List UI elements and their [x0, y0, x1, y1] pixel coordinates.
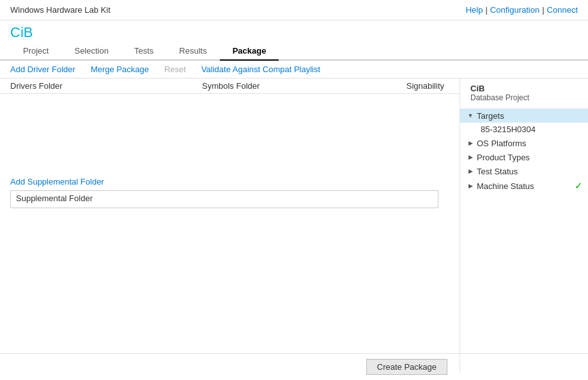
merge-package-button[interactable]: Merge Package — [91, 63, 149, 75]
tab-selection[interactable]: Selection — [61, 42, 121, 61]
configuration-link[interactable]: Configuration — [490, 5, 539, 15]
separator-2: | — [542, 5, 544, 15]
right-panel-project-type: Database Project — [460, 93, 588, 106]
toolbar: Add Driver Folder Merge Package Reset Va… — [0, 61, 588, 79]
separator-1: | — [485, 5, 487, 15]
tab-tests[interactable]: Tests — [121, 42, 166, 61]
header: Windows Hardware Lab Kit Help | Configur… — [0, 0, 588, 20]
tab-package[interactable]: Package — [220, 42, 279, 61]
tree-targets[interactable]: Targets — [460, 109, 588, 123]
column-headers: Drivers Folder Symbols Folder Signabilit… — [0, 79, 460, 94]
tree-target-id: 85-3215H0304 — [460, 123, 588, 136]
os-platforms-expand-icon — [465, 138, 476, 148]
bottom-empty — [0, 215, 460, 373]
symbols-folder-header: Symbols Folder — [202, 81, 381, 91]
create-package-button[interactable]: Create Package — [366, 359, 447, 375]
drivers-folder-header: Drivers Folder — [10, 81, 202, 91]
tree-product-types[interactable]: Product Types — [460, 150, 588, 164]
machine-status-expand-icon — [465, 181, 476, 191]
targets-label: Targets — [477, 111, 583, 121]
content-area: Drivers Folder Symbols Folder Signabilit… — [0, 79, 460, 373]
validate-button[interactable]: Validate Against Compat Playlist — [201, 63, 320, 75]
add-driver-folder-button[interactable]: Add Driver Folder — [10, 63, 75, 75]
product-types-label: Product Types — [477, 153, 583, 162]
test-status-expand-icon — [465, 166, 476, 176]
nav-tabs: Project Selection Tests Results Package — [0, 42, 588, 61]
supplemental-area: Add Supplemental Folder Supplemental Fol… — [0, 173, 460, 215]
reset-button[interactable]: Reset — [164, 63, 186, 75]
supplemental-folder-input[interactable]: Supplemental Folder — [10, 190, 438, 208]
help-link[interactable]: Help — [466, 5, 483, 15]
targets-expand-icon — [465, 110, 476, 121]
tab-results[interactable]: Results — [166, 42, 219, 61]
tree-machine-status[interactable]: Machine Status ✓ — [460, 178, 588, 194]
os-platforms-label: OS Platforms — [477, 139, 583, 148]
tab-project[interactable]: Project — [10, 42, 61, 61]
test-status-label: Test Status — [477, 167, 583, 176]
tree: Targets 85-3215H0304 OS Platforms Produc… — [460, 109, 588, 194]
product-types-expand-icon — [465, 152, 476, 162]
machine-status-label: Machine Status — [477, 181, 572, 191]
content-empty-area — [0, 94, 460, 173]
tree-test-status[interactable]: Test Status — [460, 164, 588, 178]
tree-os-platforms[interactable]: OS Platforms — [460, 136, 588, 150]
connect-link[interactable]: Connect — [547, 5, 578, 15]
add-supplemental-folder-link[interactable]: Add Supplemental Folder — [10, 177, 104, 186]
app-title-header: Windows Hardware Lab Kit — [10, 5, 111, 15]
app-short-title: CiB — [0, 20, 588, 42]
bottom-bar: Create Package — [0, 353, 588, 380]
machine-status-check-icon: ✓ — [575, 180, 583, 192]
signability-header: Signability — [381, 81, 449, 91]
header-links: Help | Configuration | Connect — [466, 5, 578, 15]
main-layout: Drivers Folder Symbols Folder Signabilit… — [0, 79, 588, 373]
right-panel: CiB Database Project Targets 85-3215H030… — [460, 79, 588, 373]
right-panel-project-name: CiB — [460, 84, 588, 93]
